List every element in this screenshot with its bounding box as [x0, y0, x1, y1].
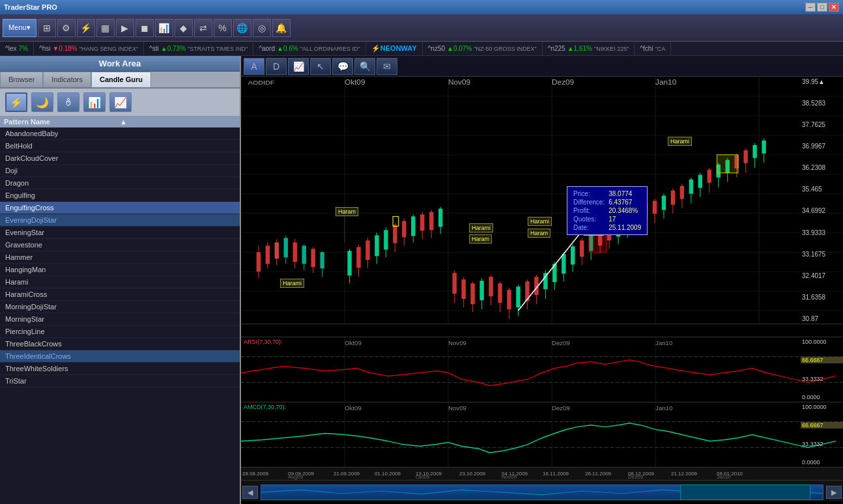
svg-text:Nov09: Nov09: [448, 340, 466, 346]
toolbar-icon-chart[interactable]: 📊: [155, 19, 173, 37]
macd-scale-70: 66.6667: [801, 422, 843, 428]
svg-text:Jan10: Jan10: [655, 405, 672, 412]
pattern-threewhitesoldiers[interactable]: ThreeWhiteSoldiers: [0, 363, 240, 375]
chart-nav-line[interactable]: 📈: [288, 58, 309, 75]
harami-label-6: Haram: [528, 229, 550, 238]
tab-browser[interactable]: Browser: [0, 72, 43, 87]
date-label-8: 16.11.2009: [543, 471, 569, 477]
chart-nav-bubble[interactable]: 💬: [332, 58, 353, 75]
date-sublabel-5: Jan10: [717, 474, 731, 480]
scroll-right-button[interactable]: ▶: [826, 486, 842, 499]
titlebar: TraderStar PRO ─ □ ✕: [0, 0, 843, 14]
pattern-doji[interactable]: Doji: [0, 165, 240, 177]
ticker-bar: ^lex 7% ^hsi ▼0.18% "HANG SENG INDEX" ^s…: [0, 42, 843, 56]
pattern-engulfingcross[interactable]: EngulfingCross: [0, 202, 240, 214]
toolbar-icon-settings[interactable]: ⚙: [57, 19, 76, 37]
toolbar-icon-grid[interactable]: ⊞: [38, 19, 56, 37]
pattern-morningdojistar[interactable]: MorningDojiStar: [0, 301, 240, 313]
minimize-button[interactable]: ─: [805, 3, 816, 12]
chart-nav-arrow[interactable]: ↖: [310, 58, 331, 75]
svg-rect-58: [452, 273, 456, 294]
svg-rect-103: [653, 201, 657, 214]
pattern-morningstar[interactable]: MorningStar: [0, 313, 240, 326]
panel-icon-lightning[interactable]: ⚡: [5, 92, 27, 112]
rsi-scale-33: 33.3332: [801, 376, 843, 382]
svg-rect-107: [671, 191, 675, 205]
scroll-left-button[interactable]: ◀: [242, 486, 258, 499]
ticker-lex: ^lex 7%: [0, 42, 34, 55]
pattern-haramicross[interactable]: HaramiCross: [0, 288, 240, 301]
svg-rect-60: [461, 279, 465, 299]
pattern-threeidenticalcrows[interactable]: ThreeIdenticalCrows: [0, 350, 240, 363]
svg-rect-48: [393, 216, 399, 226]
svg-text:Dez09: Dez09: [552, 340, 570, 346]
svg-rect-105: [662, 196, 666, 210]
pattern-eveningdojistar[interactable]: EveningDojiStar: [0, 214, 240, 227]
pattern-dragon[interactable]: Dragon: [0, 177, 240, 189]
svg-text:Nov09: Nov09: [448, 405, 466, 412]
svg-rect-50: [411, 216, 415, 236]
svg-rect-22: [275, 242, 279, 259]
svg-rect-82: [562, 254, 565, 273]
svg-rect-20: [266, 245, 270, 264]
toolbar-icon-square[interactable]: ◼: [136, 19, 154, 37]
svg-marker-131: [588, 213, 594, 222]
pattern-list[interactable]: AbandonedBaby BeltHold DarkCloudCover Do…: [0, 128, 240, 504]
close-button[interactable]: ✕: [829, 3, 839, 12]
toolbar-icon-diamond[interactable]: ◆: [175, 19, 193, 37]
pattern-hangingman[interactable]: HangingMan: [0, 264, 240, 276]
chart-nav-zoom[interactable]: 🔍: [354, 58, 375, 75]
date-label-6: 23.10.2009: [459, 471, 485, 477]
svg-rect-99: [635, 208, 638, 223]
pattern-darkcloudcover[interactable]: DarkCloudCover: [0, 152, 240, 165]
toolbar-icon-exchange[interactable]: ⇄: [194, 19, 212, 37]
pattern-threeblackcrows[interactable]: ThreeBlackCrows: [0, 338, 240, 350]
tab-bar: Browser Indicators Candle Guru: [0, 72, 240, 89]
svg-rect-70: [507, 290, 511, 309]
pattern-gravestone[interactable]: Gravestone: [0, 239, 240, 251]
toolbar-icon-circle[interactable]: ◎: [253, 19, 271, 37]
pattern-belthold[interactable]: BeltHold: [0, 140, 240, 152]
menu-button[interactable]: Menu▾: [3, 19, 36, 37]
candlestick-chart: Okt09 Nov09 Dez09 Jan10 AODIDF: [241, 77, 843, 324]
scroll-area: ◀ ▶: [241, 481, 843, 501]
rsi-chart: ARSI(7,30,70): Okt09 Nov09 Dez09 Jan10: [241, 337, 843, 402]
pattern-tristar[interactable]: TriStar: [0, 375, 240, 387]
pattern-hammer[interactable]: Hammer: [0, 251, 240, 264]
svg-text:Okt09: Okt09: [345, 78, 365, 86]
panel-icon-bar-chart[interactable]: 📊: [83, 92, 106, 112]
tab-indicators[interactable]: Indicators: [43, 72, 91, 87]
chart-nav-a[interactable]: A: [244, 58, 264, 75]
sort-icon[interactable]: ▲: [120, 118, 236, 126]
ticker-nz50: ^nz50 ▲0.07% "NZ-50 GROSS INDEX": [423, 42, 543, 55]
svg-rect-97: [625, 215, 629, 229]
pattern-harami[interactable]: Harami: [0, 276, 240, 288]
neonway-logo: ⚡NEONWAY: [366, 42, 423, 55]
svg-text:Jan10: Jan10: [655, 340, 672, 346]
chart-nav-d[interactable]: D: [266, 58, 287, 75]
svg-rect-35: [347, 251, 351, 275]
toolbar-icon-windows[interactable]: ▦: [96, 19, 115, 37]
tab-candle-guru[interactable]: Candle Guru: [91, 72, 151, 87]
pattern-engulfing[interactable]: Engulfing: [0, 189, 240, 202]
pattern-abandonedbaby[interactable]: AbandonedBaby: [0, 128, 240, 140]
panel-icon-moon[interactable]: 🌙: [31, 92, 53, 112]
pattern-eveningstar[interactable]: EveningStar: [0, 227, 240, 239]
panel-icon-candle[interactable]: 🕯: [57, 92, 79, 112]
toolbar-icon-globe[interactable]: 🌐: [233, 19, 251, 37]
work-area-title: Work Area: [0, 56, 240, 72]
svg-rect-111: [689, 180, 693, 194]
toolbar-icon-bell[interactable]: 🔔: [272, 19, 291, 37]
macd-scale-33: 33.3332: [801, 441, 843, 447]
pattern-header-label: Pattern Name: [4, 118, 120, 126]
date-label-4: 01.10.2009: [375, 471, 401, 477]
toolbar-icon-play[interactable]: ▶: [116, 19, 134, 37]
toolbar-icon-percent[interactable]: %: [214, 19, 232, 37]
chart-nav-msg[interactable]: ✉: [377, 58, 397, 75]
svg-rect-86: [580, 240, 584, 257]
panel-icon-line-chart[interactable]: 📈: [109, 92, 132, 112]
maximize-button[interactable]: □: [817, 3, 827, 12]
svg-rect-129: [584, 218, 603, 235]
toolbar-icon-lightning[interactable]: ⚡: [77, 19, 95, 37]
pattern-piercingline[interactable]: PiercingLine: [0, 326, 240, 338]
